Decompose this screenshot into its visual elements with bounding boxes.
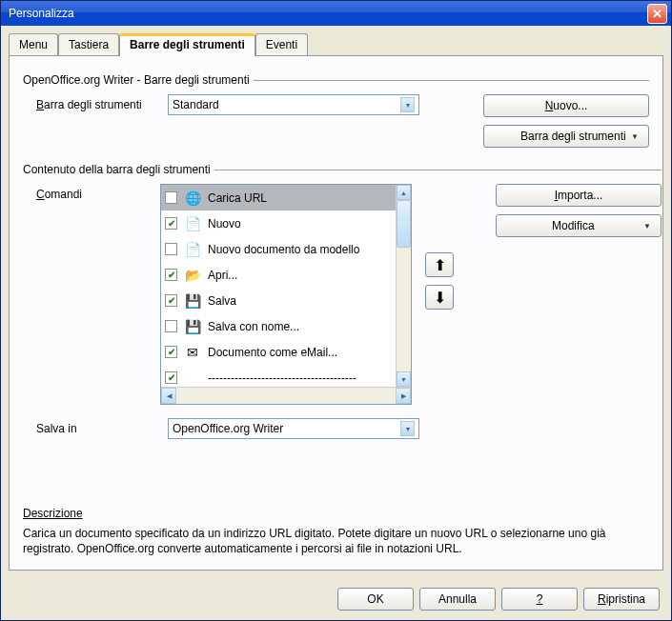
toolbar-section: OpenOffice.org Writer - Barre degli stru… (23, 73, 649, 157)
command-checkbox[interactable] (165, 243, 177, 255)
toolbar-select[interactable]: Standard ▾ (168, 94, 419, 115)
help-button[interactable]: ? (501, 588, 578, 611)
scroll-up-button[interactable]: ▲ (397, 185, 411, 200)
ok-button[interactable]: OK (337, 588, 414, 611)
save-in-label: Salva in (23, 422, 160, 435)
reorder-buttons: ⬆ ⬇ (425, 252, 454, 405)
command-checkbox[interactable] (165, 191, 177, 204)
save-in-select[interactable]: OpenOffice.org Writer ▾ (168, 418, 419, 439)
dialog-footer: OK Annulla ? Ripristina (1, 578, 671, 620)
toolbar-section-legend: OpenOffice.org Writer - Barre degli stru… (23, 73, 254, 87)
chevron-down-icon: ▼ (643, 222, 651, 230)
list-item[interactable]: 📄Nuovo documento da modello (161, 236, 396, 262)
commands-label: Comandi (23, 184, 160, 405)
command-label: Nuovo documento da modello (208, 243, 359, 256)
toolbar-buttons-col: Nuovo... Barra degli strumenti ▼ (483, 94, 649, 148)
save-as-icon: 💾 (183, 317, 202, 336)
list-item[interactable]: 🌐Carica URL (161, 185, 396, 210)
mail-icon: ✉ (183, 343, 202, 362)
command-label: Documento come eMail... (208, 346, 337, 359)
commands-section-legend: Contenuto della barra degli strumenti (23, 163, 214, 176)
command-label: Nuovo (208, 217, 241, 230)
list-item[interactable]: ✔📄Nuovo (161, 210, 396, 236)
new-doc-icon: 📄 (183, 214, 202, 233)
chevron-down-icon: ▾ (400, 421, 415, 436)
template-icon: 📄 (183, 240, 202, 259)
description-label: Descrizione (23, 506, 83, 521)
arrow-up-icon: ⬆ (434, 256, 446, 274)
list-item[interactable]: 💾Salva con nome... (161, 313, 396, 339)
chevron-down-icon: ▼ (631, 132, 639, 141)
content-area: Menu Tastiera Barre degli strumenti Even… (1, 26, 671, 578)
vertical-scrollbar[interactable]: ▲ ▼ (396, 185, 411, 387)
commands-section: Contenuto della barra degli strumenti Co… (23, 163, 662, 496)
commands-listbox[interactable]: 🌐Carica URL✔📄Nuovo📄Nuovo documento da mo… (160, 184, 412, 405)
list-item[interactable]: ✔💾Salva (161, 288, 396, 313)
command-label: Salva con nome... (208, 320, 299, 333)
commands-list: 🌐Carica URL✔📄Nuovo📄Nuovo documento da mo… (161, 185, 396, 389)
scroll-thumb[interactable] (397, 200, 411, 248)
close-button[interactable]: ✕ (647, 4, 667, 24)
save-in-value: OpenOffice.org Writer (173, 422, 283, 435)
command-checkbox[interactable]: ✔ (165, 269, 177, 281)
description-section: Descrizione Carica un documento specific… (23, 502, 649, 560)
tab-menu[interactable]: Menu (9, 33, 58, 55)
close-icon: ✕ (652, 7, 662, 21)
globe-icon: 🌐 (183, 189, 202, 208)
tab-strip: Menu Tastiera Barre degli strumenti Even… (9, 33, 663, 56)
command-label: Salva (208, 294, 236, 308)
separator-icon (183, 369, 202, 388)
command-label: Carica URL (208, 191, 267, 205)
move-up-button[interactable]: ⬆ (425, 252, 454, 277)
commands-buttons-col: Importa... Modifica ▼ (496, 184, 662, 405)
command-checkbox[interactable]: ✔ (165, 217, 177, 230)
arrow-down-icon: ⬇ (434, 289, 446, 307)
list-item[interactable]: ✔✉Documento come eMail... (161, 339, 396, 365)
command-label: Apri... (208, 269, 237, 282)
command-label: --------------------------------------- (208, 371, 356, 385)
titlebar: Personalizza ✕ (1, 1, 671, 26)
new-toolbar-button[interactable]: Nuovo... (483, 94, 649, 117)
reset-button[interactable]: Ripristina (583, 588, 660, 611)
hscroll-track (176, 388, 396, 404)
chevron-down-icon: ▾ (400, 97, 415, 112)
command-checkbox[interactable] (165, 320, 177, 332)
open-folder-icon: 📂 (183, 266, 202, 285)
horizontal-scrollbar[interactable]: ◀ ▶ (161, 387, 411, 404)
scroll-left-button[interactable]: ◀ (161, 388, 176, 404)
modify-button[interactable]: Modifica ▼ (496, 214, 662, 237)
move-down-button[interactable]: ⬇ (425, 285, 454, 310)
import-button[interactable]: Importa... (496, 184, 662, 207)
description-text: Carica un documento specificato da un in… (23, 526, 649, 556)
tab-barre-strumenti[interactable]: Barre degli strumenti (119, 33, 255, 56)
tab-tastiera[interactable]: Tastiera (58, 33, 119, 55)
customize-dialog: Personalizza ✕ Menu Tastiera Barre degli… (0, 0, 672, 621)
scroll-right-button[interactable]: ▶ (396, 388, 411, 404)
command-checkbox[interactable]: ✔ (165, 371, 177, 384)
cancel-button[interactable]: Annulla (419, 588, 496, 611)
list-item[interactable]: ✔--------------------------------------- (161, 365, 396, 389)
command-checkbox[interactable]: ✔ (165, 294, 177, 307)
save-icon: 💾 (183, 291, 202, 310)
command-checkbox[interactable]: ✔ (165, 346, 177, 358)
tab-panel: OpenOffice.org Writer - Barre degli stru… (9, 56, 663, 571)
window-title: Personalizza (9, 7, 647, 20)
scroll-down-button[interactable]: ▼ (397, 371, 411, 387)
list-item[interactable]: ✔📂Apri... (161, 262, 396, 288)
toolbar-select-value: Standard (173, 98, 219, 111)
tab-eventi[interactable]: Eventi (255, 33, 308, 55)
toolbar-label: Barra degli strumenti (23, 98, 160, 111)
toolbar-menu-button[interactable]: Barra degli strumenti ▼ (483, 125, 649, 148)
